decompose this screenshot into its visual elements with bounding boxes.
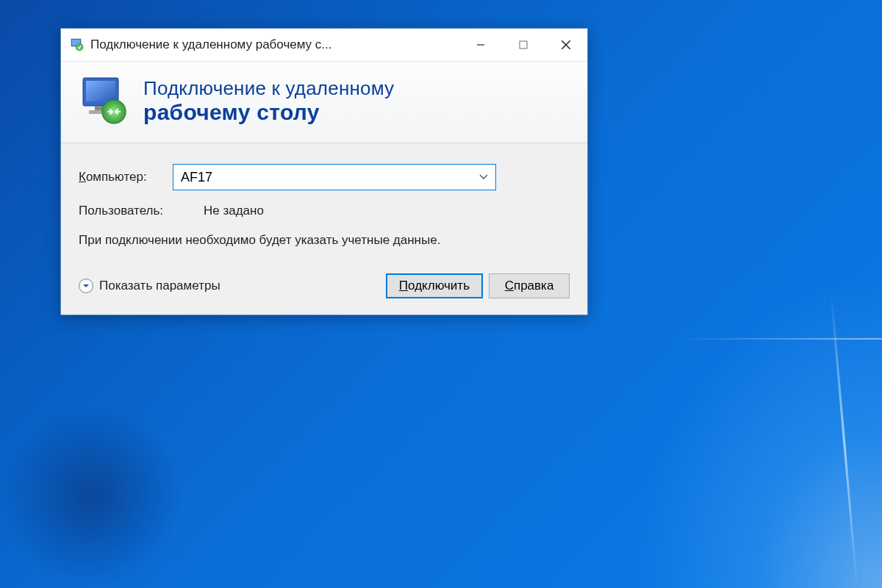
- computer-combobox[interactable]: [173, 164, 496, 190]
- close-button[interactable]: [545, 29, 587, 61]
- user-row: Пользователь: Не задано: [79, 204, 570, 218]
- window-title: Подключение к удаленному рабочему с...: [90, 37, 459, 52]
- titlebar[interactable]: Подключение к удаленному рабочему с...: [61, 29, 587, 61]
- app-icon-small: [70, 37, 85, 52]
- header-title-line1: Подключение к удаленному: [143, 77, 394, 100]
- maximize-button[interactable]: [502, 29, 545, 61]
- connect-button[interactable]: Подключить: [386, 273, 483, 298]
- svg-rect-9: [86, 81, 115, 101]
- svg-point-2: [76, 43, 83, 51]
- dropdown-arrow-icon[interactable]: [471, 165, 496, 190]
- computer-input[interactable]: [173, 164, 496, 190]
- app-icon-large: [79, 75, 130, 126]
- window-controls: [459, 29, 587, 61]
- svg-rect-4: [520, 41, 527, 49]
- header-title-line2: рабочему столу: [143, 100, 394, 125]
- desktop-bg-accent: [0, 404, 184, 588]
- help-button[interactable]: Справка: [489, 273, 570, 298]
- dialog-body: Компьютер: Пользователь: Не задано При п…: [61, 143, 587, 315]
- computer-row: Компьютер:: [79, 164, 570, 190]
- computer-label: Компьютер:: [79, 170, 173, 184]
- user-label: Пользователь:: [79, 204, 204, 218]
- credentials-info: При подключении необходимо будет указать…: [79, 232, 570, 250]
- rdp-dialog: Подключение к удаленному рабочему с...: [60, 28, 588, 315]
- chevron-down-icon: [79, 279, 93, 293]
- header-text: Подключение к удаленному рабочему столу: [143, 77, 394, 125]
- desktop-bg-ray: [676, 338, 882, 340]
- show-options-label: Показать параметры: [99, 279, 220, 293]
- user-value: Не задано: [204, 204, 264, 218]
- desktop-bg-light: [588, 220, 882, 588]
- header-banner: Подключение к удаленному рабочему столу: [61, 61, 587, 143]
- show-options-link[interactable]: Показать параметры: [79, 279, 220, 293]
- footer-row: Показать параметры Подключить Справка: [79, 273, 570, 298]
- minimize-button[interactable]: [459, 29, 502, 61]
